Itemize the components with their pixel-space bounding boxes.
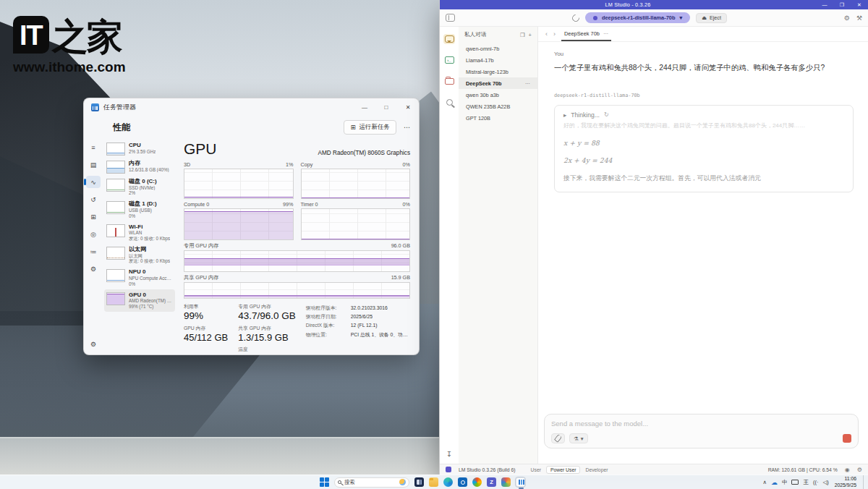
model-reload-icon[interactable] — [571, 12, 581, 22]
outlook-icon[interactable] — [458, 477, 467, 487]
nav-back-icon[interactable]: ‹ — [545, 30, 548, 38]
collapse-panel-icon[interactable]: ❐ — [520, 32, 525, 38]
my-models-tab-icon[interactable] — [443, 76, 455, 86]
app-history-icon[interactable]: ↺ — [86, 193, 101, 205]
run-new-task-icon: ⊞ — [350, 124, 355, 131]
settings-icon[interactable]: ⚙ — [857, 467, 862, 473]
chat-tab[interactable]: DeepSeek 70b ⋯ — [561, 27, 611, 41]
onedrive-cloud-icon[interactable]: ☁ — [771, 479, 778, 486]
attach-file-button[interactable] — [551, 433, 565, 443]
colorful-app-icon[interactable] — [501, 477, 511, 487]
thinking-block[interactable]: ▸ Thinking... ↻ 好的，我现在要解决这个鸡兔同笼的问题。题目说一个… — [554, 105, 854, 192]
sidebar-toggle-icon[interactable] — [446, 14, 455, 22]
task-manager-taskbar-icon[interactable] — [516, 477, 525, 487]
dedicated-memory-chart — [184, 250, 410, 272]
chat-tab-icon[interactable] — [443, 34, 455, 44]
mode-developer[interactable]: Developer — [582, 467, 611, 473]
sidebar-memory-stats: 12.6/31.8 GB (40%) — [129, 167, 169, 173]
sidebar-ethernet-name: 以太网 — [129, 246, 170, 253]
developer-tab-icon[interactable]: ›_ — [443, 55, 455, 65]
sidebar-item-memory[interactable]: 内存 12.6/31.8 GB (40%) — [104, 158, 175, 176]
downloads-icon[interactable]: ↧ — [446, 450, 452, 458]
model-selector[interactable]: deepseek-r1-distill-llama-70b ▾ — [585, 12, 690, 23]
mode-power-user[interactable]: Power User — [546, 466, 581, 474]
file-explorer-icon[interactable] — [429, 477, 438, 487]
chat-tab-menu-icon[interactable]: ⋯ — [603, 30, 608, 37]
chat-list-item[interactable]: QWEN 235B A22B — [459, 101, 537, 112]
mode-user[interactable]: User — [527, 467, 545, 473]
monitor-icon[interactable] — [791, 480, 799, 485]
sidebar-item-ethernet[interactable]: 以太网 以太网 发送: 0 接收: 0 Kbps — [104, 244, 175, 266]
minimize-button[interactable]: — — [354, 98, 375, 116]
message-input[interactable]: Send a message to the model... ⚗ ▾ — [544, 414, 859, 448]
minimize-button[interactable]: — — [816, 0, 833, 9]
chat-list-item[interactable]: Mistral-large-123b — [459, 66, 537, 77]
settings-icon[interactable]: ⚙ — [844, 14, 850, 22]
disk1-sparkline — [106, 201, 125, 214]
maximize-button[interactable]: ❐ — [833, 0, 851, 9]
gpu-panel-title: GPU — [184, 141, 217, 156]
task-manager-nav-rail: ≡ ▤ ∿ ↺ ⊞ ◎ ≔ ⚙ ⚙ — [84, 138, 103, 354]
eject-model-button[interactable]: ⏏ Eject — [696, 13, 727, 23]
sidebar-ethernet-throughput: 发送: 0 接收: 0 Kbps — [129, 258, 170, 264]
chat-transcript[interactable]: You 一个笼子里有鸡和兔共88个头，244只脚，请问笼子中的鸡、鸭和兔子各有多… — [538, 42, 868, 464]
wrench-icon[interactable]: ⚒ — [856, 14, 862, 22]
directx-version-value: 12 (FL 12.1) — [351, 321, 378, 330]
sampling-options-button[interactable]: ⚗ ▾ — [569, 433, 588, 443]
show-desktop-button[interactable] — [863, 475, 865, 489]
chat-list-item[interactable]: GPT 120B — [459, 112, 537, 124]
services-icon[interactable]: ⚙ — [86, 263, 101, 275]
paperclip-icon — [554, 434, 563, 443]
taskbar: 搜索 Z ∧ ☁ 中 王 ((· ◁) 11:06 2025/9/25 — [0, 475, 868, 489]
users-icon[interactable]: ◎ — [86, 228, 101, 240]
copilot-icon[interactable] — [472, 477, 482, 487]
edge-browser-icon[interactable] — [443, 477, 453, 487]
new-chat-icon[interactable]: + — [529, 32, 532, 38]
sidebar-item-wifi[interactable]: Wi-Fi WLAN 发送: 0 接收: 0 Kbps — [104, 221, 175, 244]
ithome-logo-it: IT — [13, 16, 49, 54]
menu-icon[interactable]: ≡ — [86, 141, 101, 153]
settings-icon[interactable]: ⚙ — [86, 338, 101, 350]
temperature-label: 温度 — [238, 346, 296, 353]
sidebar-item-disk1[interactable]: 磁盘 1 (D:) USB (USB) 0% — [104, 198, 175, 221]
tray-clock[interactable]: 11:06 2025/9/25 — [835, 476, 856, 488]
performance-icon[interactable]: ∿ — [86, 176, 101, 188]
run-new-task-button[interactable]: ⊞ 运行新任务 — [344, 120, 396, 135]
chat-list-item[interactable]: qwen 30b a3b — [459, 89, 537, 101]
nav-forward-icon[interactable]: › — [553, 30, 556, 38]
taskbar-search[interactable]: 搜索 — [334, 477, 409, 488]
chat-list-item[interactable]: Llama4-17b — [459, 54, 537, 66]
chat-list-item-selected[interactable]: DeepSeek 70b ⋯ — [459, 77, 537, 89]
expand-caret-icon[interactable]: ▸ — [563, 111, 566, 119]
more-options-icon[interactable]: ⋯ — [404, 124, 410, 131]
user-icon[interactable]: ◉ — [845, 467, 850, 473]
tray-chevron-up-icon[interactable]: ∧ — [762, 479, 767, 485]
chart-timer0 — [301, 208, 411, 240]
chart-compute0 — [184, 208, 294, 240]
ime-badge[interactable]: 中 — [782, 479, 788, 486]
close-button[interactable]: ✕ — [851, 0, 868, 9]
processes-icon[interactable]: ▤ — [86, 158, 101, 171]
sidebar-item-disk0[interactable]: 磁盘 0 (C:) SSD (NVMe) 2% — [104, 176, 175, 198]
lm-studio-titlebar[interactable]: LM Studio - 0.3.26 — ❐ ✕ — [440, 0, 868, 9]
chat-list-item[interactable]: qwen-omni-7b — [459, 43, 537, 54]
startup-apps-icon[interactable]: ⊞ — [86, 211, 101, 223]
model-selector-label: deepseek-r1-distill-llama-70b — [602, 14, 675, 21]
wifi-icon[interactable]: ((· — [813, 479, 819, 485]
maximize-button[interactable]: □ — [375, 98, 397, 116]
close-button[interactable]: ✕ — [397, 98, 419, 116]
chat-item-menu-icon[interactable]: ⋯ — [525, 80, 530, 87]
dedicated-memory-value: 43.7/96.0 GB — [238, 310, 296, 323]
sidebar-item-gpu[interactable]: GPU 0 AMD Radeon(TM) 806... 99% (71 °C) — [104, 289, 175, 312]
discover-tab-icon[interactable] — [443, 97, 455, 107]
stop-generation-button[interactable] — [843, 434, 851, 443]
sidebar-item-npu[interactable]: NPU 0 NPU Compute Accel... 0% — [104, 266, 175, 289]
task-manager-titlebar[interactable]: 任务管理器 — □ ✕ — [84, 98, 419, 116]
start-button[interactable] — [320, 477, 329, 487]
task-view-icon[interactable] — [414, 477, 424, 487]
details-icon[interactable]: ≔ — [86, 245, 101, 258]
ime-mode-badge[interactable]: 王 — [803, 479, 809, 486]
z-app-icon[interactable]: Z — [487, 477, 496, 487]
volume-icon[interactable]: ◁) — [822, 479, 828, 485]
sidebar-item-cpu[interactable]: CPU 2% 3.59 GHz — [104, 140, 175, 158]
